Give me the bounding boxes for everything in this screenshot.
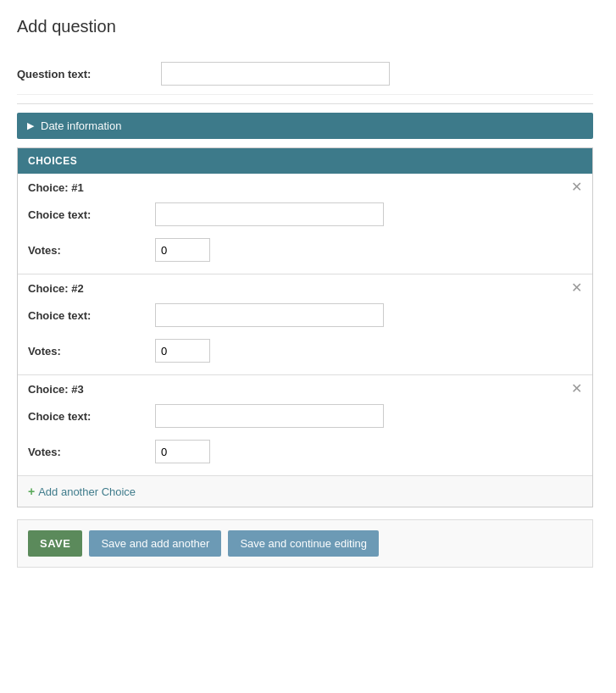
choice-2-votes-label: Votes: [28, 345, 155, 358]
remove-choice-3-button[interactable]: ✕ [571, 382, 582, 396]
add-another-choice-label: Add another Choice [38, 485, 136, 498]
choice-3-text-label: Choice text: [28, 410, 155, 423]
date-info-label: Date information [41, 119, 121, 132]
plus-icon: + [28, 485, 35, 498]
choice-block-3: Choice: #3 ✕ Choice text: Votes: [18, 375, 592, 476]
choice-2-title: Choice: #2 [28, 282, 84, 295]
save-and-continue-button[interactable]: Save and continue editing [228, 530, 379, 557]
choice-3-title: Choice: #3 [28, 383, 84, 396]
save-and-add-button[interactable]: Save and add another [89, 530, 221, 557]
collapse-arrow-icon: ▶ [27, 120, 34, 131]
choice-1-text-input[interactable] [155, 202, 384, 226]
choice-1-text-label: Choice text: [28, 208, 155, 221]
add-another-choice-button[interactable]: + Add another Choice [28, 485, 136, 498]
save-button[interactable]: SAVE [28, 530, 82, 557]
choice-1-votes-label: Votes: [28, 244, 155, 257]
choice-2-text-input[interactable] [155, 303, 384, 327]
remove-choice-2-icon: ✕ [571, 280, 582, 295]
page-title: Add question [17, 17, 593, 36]
choice-3-votes-input[interactable] [155, 440, 210, 463]
remove-choice-1-icon: ✕ [571, 180, 582, 194]
choice-1-votes-input[interactable] [155, 238, 210, 262]
choice-1-title: Choice: #1 [28, 181, 84, 194]
remove-choice-2-button[interactable]: ✕ [571, 281, 582, 295]
remove-choice-3-icon: ✕ [571, 381, 582, 396]
choice-block-1: Choice: #1 ✕ Choice text: Votes: [18, 174, 592, 274]
actions-bar: SAVE Save and add another Save and conti… [17, 519, 593, 568]
date-info-collapse[interactable]: ▶ Date information [17, 113, 593, 139]
remove-choice-1-button[interactable]: ✕ [571, 180, 582, 194]
choice-2-votes-input[interactable] [155, 339, 210, 363]
choice-2-text-label: Choice text: [28, 309, 155, 322]
question-text-label: Question text: [17, 68, 161, 80]
choice-block-2: Choice: #2 ✕ Choice text: Votes: [18, 274, 592, 375]
choice-3-text-input[interactable] [155, 404, 384, 428]
question-text-input[interactable] [161, 62, 390, 86]
choice-3-votes-label: Votes: [28, 446, 155, 458]
choices-header: CHOICES [18, 148, 592, 174]
